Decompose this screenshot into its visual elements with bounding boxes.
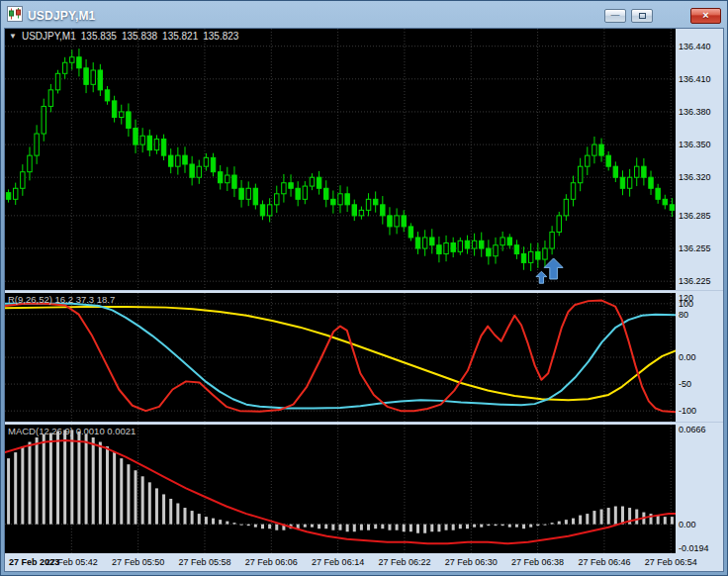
up-arrow-icon (544, 258, 563, 279)
quote-line: ▼ USDJPY,M1 135.835 135.838 135.821 135.… (9, 31, 238, 42)
axis-label: 136.350 (679, 140, 711, 149)
minimize-icon: — (611, 11, 620, 20)
oscillator-axis[interactable]: 120100800.00-50-100 (676, 293, 723, 422)
macd-panel: MACD(12,26,9) 0.0010 0.0021 0.06660.00-0… (5, 425, 723, 553)
macd-plot[interactable]: MACD(12,26,9) 0.0010 0.0021 (5, 425, 676, 553)
time-label: 27 Feb 06:30 (445, 557, 498, 567)
axis-label: 136.285 (679, 211, 711, 221)
axis-label: 136.225 (679, 276, 711, 286)
chart-window: USDJPY,M1 — × ▼ USDJPY,M1 135.835 135.83… (0, 0, 728, 576)
oscillator-layer (5, 293, 676, 422)
restore-icon (639, 13, 646, 19)
quote-low: 135.821 (162, 31, 198, 42)
chart-icon (7, 6, 23, 26)
time-label: 27 Feb 06:54 (645, 557, 697, 567)
axis-label: 136.255 (679, 243, 711, 253)
oscillator-panel: R(9,26,52) 16.2 37.3 18.7 120100800.00-5… (5, 293, 723, 422)
axis-label: 100 (679, 299, 693, 309)
axis-label: 136.320 (679, 172, 711, 182)
close-button[interactable]: × (690, 8, 721, 24)
axis-label: 136.410 (679, 74, 711, 84)
axis-label: 0.00 (679, 352, 696, 362)
axis-label: 80 (679, 310, 688, 320)
time-label: 27 Feb 06:38 (511, 557, 564, 567)
axis-label: 136.380 (679, 107, 711, 117)
close-icon: × (702, 10, 708, 21)
quote-open: 135.835 (81, 31, 117, 42)
axis-label: -100 (679, 406, 696, 416)
price-axis[interactable]: 136.440136.410136.380136.350136.320136.2… (676, 29, 723, 290)
price-panel: ▼ USDJPY,M1 135.835 135.838 135.821 135.… (5, 29, 723, 290)
restore-button[interactable] (631, 9, 653, 23)
time-label: 27 Feb 06:46 (578, 557, 630, 567)
chart-body: ▼ USDJPY,M1 135.835 135.838 135.821 135.… (4, 28, 724, 572)
time-label: 27 Feb 06:22 (378, 557, 430, 567)
axis-label: -50 (679, 379, 691, 389)
collapse-triangle-icon[interactable]: ▼ (9, 32, 17, 41)
time-label: 27 Feb 05:58 (178, 557, 230, 567)
macd-label: MACD(12,26,9) 0.0010 0.0021 (8, 426, 136, 436)
axis-label: -0.0194 (679, 543, 709, 553)
oscillator-plot[interactable]: R(9,26,52) 16.2 37.3 18.7 (5, 293, 676, 422)
time-label: 27 Feb 06:14 (312, 557, 364, 567)
macd-layer (5, 425, 676, 553)
time-label: 27 Feb 05:50 (112, 557, 164, 567)
axis-label: 136.440 (679, 42, 711, 51)
time-label: 27 Feb 06:06 (245, 557, 298, 567)
oscillator-label: R(9,26,52) 16.2 37.3 18.7 (8, 294, 115, 305)
quote-close: 135.823 (203, 31, 238, 42)
candlestick-layer (5, 29, 676, 290)
time-label: 27 Feb 05:42 (46, 557, 98, 567)
time-axis[interactable]: 27 Feb 202327 Feb 05:4227 Feb 05:5027 Fe… (5, 553, 723, 571)
axis-label: 0.00 (679, 520, 696, 529)
price-plot[interactable]: ▼ USDJPY,M1 135.835 135.838 135.821 135.… (5, 29, 676, 290)
window-title: USDJPY,M1 (28, 9, 96, 23)
axis-label: 0.0666 (679, 425, 706, 434)
macd-axis[interactable]: 0.06660.00-0.0194 (676, 425, 723, 553)
quote-symbol: USDJPY,M1 (22, 31, 76, 42)
titlebar[interactable]: USDJPY,M1 — × (4, 4, 724, 28)
minimize-button[interactable]: — (604, 9, 626, 23)
quote-high: 135.838 (122, 31, 157, 42)
